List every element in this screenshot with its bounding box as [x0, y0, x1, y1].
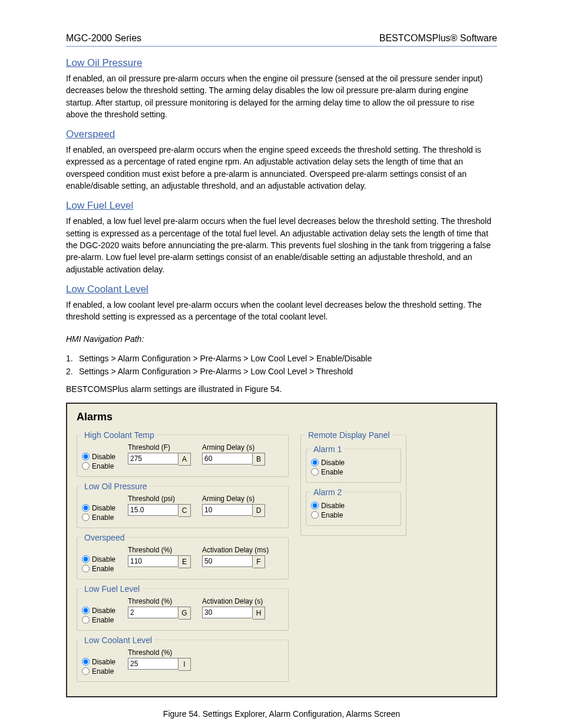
radio-ovs-disable[interactable]: Disable — [82, 555, 128, 564]
link-low-fuel-level[interactable]: Low Fuel Level — [66, 200, 497, 212]
radio-ovs-enable[interactable]: Enable — [82, 565, 128, 573]
lfl-threshold-input[interactable] — [128, 607, 178, 618]
legend-low-oil-pressure: Low Oil Pressure — [82, 482, 150, 491]
legend-overspeed: Overspeed — [82, 533, 127, 542]
ovs-delay-input[interactable] — [202, 555, 253, 567]
bestcoms-intro: BESTCOMSPlus alarm settings are illustra… — [66, 383, 497, 395]
legend-low-coolant-level: Low Coolant Level — [82, 635, 154, 645]
radio-a2-enable[interactable]: Enable — [311, 511, 357, 519]
legend-alarm-1: Alarm 1 — [311, 444, 344, 454]
group-low-oil-pressure: Low Oil Pressure Disable Enable Threshol… — [77, 482, 289, 528]
ovs-threshold-input[interactable] — [128, 555, 178, 567]
list-item: 2.Settings > Alarm Configuration > Pre-A… — [66, 365, 497, 377]
lop-delay-label: Arming Delay (s) — [202, 495, 276, 503]
hct-threshold-input[interactable] — [128, 453, 178, 465]
list-item: 1.Settings > Alarm Configuration > Pre-A… — [66, 353, 497, 364]
alarms-panel: Alarms High Coolant Temp Disable Enable … — [66, 403, 497, 697]
marker-g: G — [178, 607, 191, 620]
lop-threshold-input[interactable] — [128, 504, 178, 516]
radio-lcl-disable[interactable]: Disable — [82, 658, 128, 666]
lop-threshold-label: Threshold (psi) — [128, 495, 202, 503]
para-low-oil: If enabled, an oil pressure pre-alarm oc… — [66, 73, 497, 120]
ovs-delay-label: Activation Delay (ms) — [202, 546, 276, 554]
header-rule — [66, 46, 497, 47]
hct-delay-input[interactable] — [202, 453, 253, 465]
panel-title: Alarms — [77, 411, 487, 423]
group-alarm-2: Alarm 2 Disable Enable — [306, 487, 401, 526]
group-overspeed: Overspeed Disable Enable Threshold (%) E — [77, 533, 289, 579]
lcl-threshold-input[interactable] — [128, 658, 178, 670]
header-line: MGC-2000 Series BESTCOMSPlus® Software — [66, 33, 497, 44]
radio-lfl-disable[interactable]: Disable — [82, 607, 128, 615]
group-alarm-1: Alarm 1 Disable Enable — [306, 444, 401, 483]
figure-caption: Figure 54. Settings Explorer, Alarm Conf… — [66, 708, 497, 720]
radio-lop-disable[interactable]: Disable — [82, 504, 128, 512]
legend-high-coolant-temp: High Coolant Temp — [82, 430, 157, 440]
marker-b: B — [253, 453, 265, 466]
marker-h: H — [253, 607, 265, 620]
legend-alarm-2: Alarm 2 — [311, 487, 344, 497]
marker-e: E — [178, 555, 191, 568]
hct-threshold-label: Threshold (F) — [128, 443, 202, 452]
radio-a1-disable[interactable]: Disable — [311, 459, 357, 467]
hmi-nav-label: HMI Navigation Path: — [66, 333, 497, 345]
group-high-coolant-temp: High Coolant Temp Disable Enable Thresho… — [77, 430, 289, 477]
group-low-coolant-level: Low Coolant Level Disable Enable Thresho… — [77, 635, 289, 682]
radio-lcl-enable[interactable]: Enable — [82, 667, 128, 676]
legend-rdp: Remote Display Panel — [306, 430, 392, 440]
marker-c: C — [178, 504, 191, 517]
hmi-nav-list: 1.Settings > Alarm Configuration > Pre-A… — [66, 353, 497, 378]
lfl-threshold-label: Threshold (%) — [128, 597, 202, 605]
group-low-fuel-level: Low Fuel Level Disable Enable Threshold … — [77, 584, 289, 631]
para-low-fuel: If enabled, a low fuel level pre-alarm o… — [66, 215, 497, 275]
marker-i: I — [178, 658, 191, 671]
marker-f: F — [253, 555, 265, 568]
para-overspeed: If enabled, an overspeed pre-alarm occur… — [66, 144, 497, 192]
lcl-threshold-label: Threshold (%) — [128, 648, 202, 657]
header-product: MGC-2000 Series — [66, 33, 141, 44]
lop-delay-input[interactable] — [202, 504, 253, 516]
link-low-coolant-level[interactable]: Low Coolant Level — [66, 284, 497, 295]
radio-lfl-enable[interactable]: Enable — [82, 616, 128, 624]
radio-a2-disable[interactable]: Disable — [311, 502, 357, 510]
radio-hct-disable[interactable]: Disable — [82, 453, 128, 461]
lfl-delay-input[interactable] — [202, 607, 253, 618]
marker-a: A — [178, 453, 191, 466]
radio-a1-enable[interactable]: Enable — [311, 468, 357, 476]
lfl-delay-label: Activation Delay (s) — [202, 597, 276, 605]
link-overspeed[interactable]: Overspeed — [66, 129, 497, 140]
para-low-coolant: If enabled, a low coolant level pre-alar… — [66, 299, 497, 323]
link-low-oil-pressure[interactable]: Low Oil Pressure — [66, 57, 497, 69]
marker-d: D — [253, 504, 265, 517]
legend-low-fuel-level: Low Fuel Level — [82, 584, 142, 594]
radio-hct-enable[interactable]: Enable — [82, 462, 128, 470]
radio-lop-enable[interactable]: Enable — [82, 513, 128, 522]
hct-delay-label: Arming Delay (s) — [202, 443, 276, 452]
ovs-threshold-label: Threshold (%) — [128, 546, 202, 554]
group-remote-display-panel: Remote Display Panel Alarm 1 Disable Ena… — [300, 430, 406, 536]
header-section: BESTCOMSPlus® Software — [379, 33, 497, 44]
